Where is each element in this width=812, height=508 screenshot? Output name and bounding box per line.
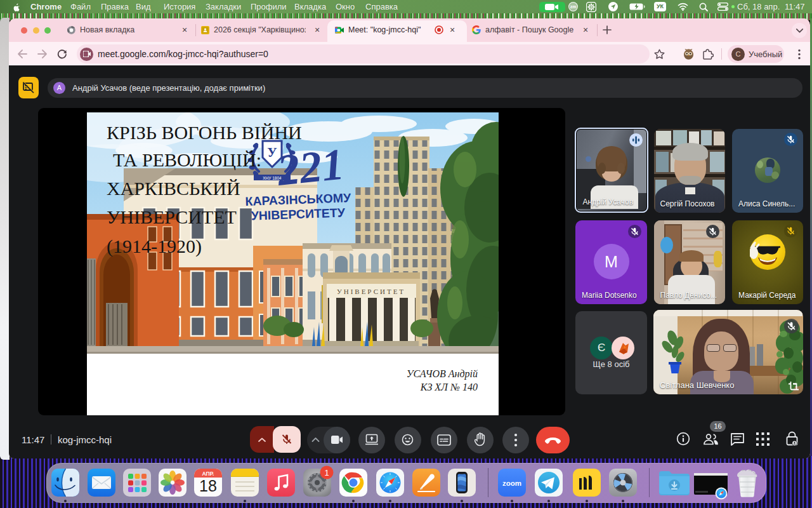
svg-text:УНІВЕРСИТЕТ: УНІВЕРСИТЕТ [337,288,405,295]
svg-text:УСАЧОВ Андрій: УСАЧОВ Андрій [407,368,478,380]
svg-text:18: 18 [199,477,217,495]
svg-text:(1914-1920): (1914-1920) [107,236,202,257]
svg-text:УНІВЕРСИТЕТ: УНІВЕРСИТЕТ [107,206,237,227]
svg-text:АПР.: АПР. [202,471,214,477]
svg-text:zoom: zoom [502,479,521,487]
svg-text:ХАРКІВСЬКИЙ: ХАРКІВСЬКИЙ [107,178,240,199]
svg-text:1: 1 [324,468,329,478]
svg-text:221: 221 [275,139,346,195]
svg-text:КРІЗЬ ВОГОНЬ ВІЙНИ: КРІЗЬ ВОГОНЬ ВІЙНИ [107,122,302,143]
svg-text:КЗ ХЛ № 140: КЗ ХЛ № 140 [420,382,478,392]
svg-text:ТА РЕВОЛЮЦІЙ:: ТА РЕВОЛЮЦІЙ: [113,149,261,170]
